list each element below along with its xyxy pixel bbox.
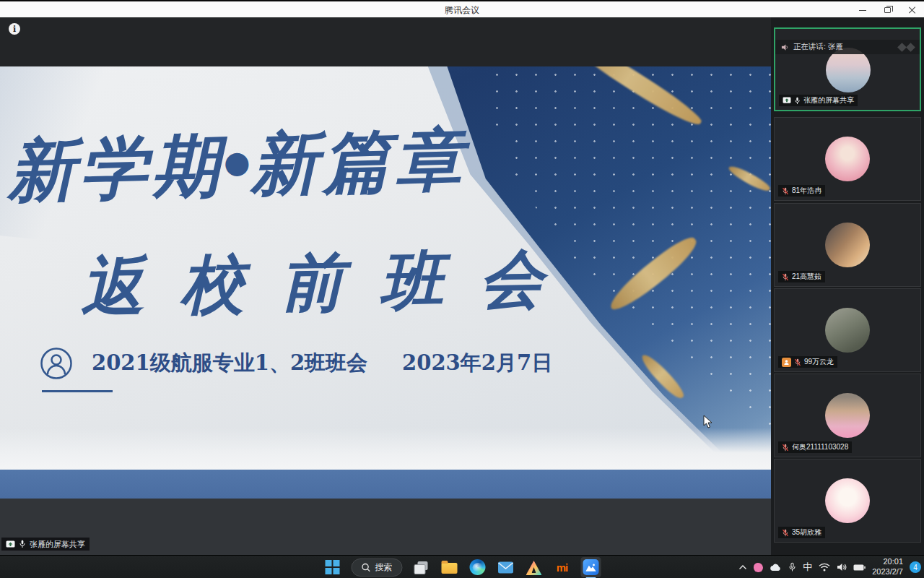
participants-sidebar: 正在讲话: 张雁 张雁的屏幕共享 <box>771 17 924 555</box>
participant-name: 35胡欣雅 <box>792 527 821 538</box>
tray-app-pink[interactable] <box>754 563 763 572</box>
taskbar-file-explorer[interactable] <box>440 558 459 577</box>
participant-tile[interactable]: 99万云龙 <box>774 288 921 372</box>
screen-share-icon <box>783 97 791 104</box>
screen: 腾讯会议 i 新学期●新篇章 返校前班会 <box>0 0 924 578</box>
participant-name-pill: 99万云龙 <box>778 356 837 368</box>
participant-tile-zhangyan[interactable]: 正在讲话: 张雁 张雁的屏幕共享 <box>774 27 921 111</box>
avatar-portrait-photo <box>825 223 870 267</box>
shared-screen-slide: 新学期●新篇章 返校前班会 2021级航服专业1、2班班会 2023年2月7日 <box>0 66 771 499</box>
slide-white-mist <box>0 428 771 470</box>
close-button[interactable] <box>899 1 924 19</box>
tencent-meeting-icon <box>583 559 599 575</box>
tray-microphone[interactable] <box>788 562 796 572</box>
clock-date: 2023/2/7 <box>872 567 903 577</box>
participant-tile[interactable]: 35胡欣雅 <box>774 459 921 543</box>
tray-wifi[interactable] <box>819 563 830 571</box>
taskbar-app-windows-stack[interactable] <box>412 558 431 577</box>
taskbar-search-box[interactable]: 搜索 <box>352 558 403 577</box>
chevron-up-icon <box>738 564 747 570</box>
mic-muted-icon <box>782 187 789 195</box>
participant-name: 张雁的屏幕共享 <box>803 95 854 105</box>
xiaomi-icon: mi <box>557 561 568 574</box>
participant-name: 何奥21111103028 <box>792 442 848 452</box>
watermark-icon <box>899 44 914 51</box>
slide-blue-band <box>0 470 771 499</box>
participant-name-pill: 35胡欣雅 <box>778 527 825 538</box>
hidden-icons-button[interactable] <box>738 564 747 570</box>
microphone-icon <box>788 562 796 572</box>
taskbar-xiaomi[interactable]: mi <box>553 558 572 577</box>
mouse-cursor <box>703 415 712 428</box>
meeting-window: i 新学期●新篇章 返校前班会 2021级航服专业1、2班班会 2023年2月7 <box>0 17 924 555</box>
taskbar-edge[interactable] <box>468 558 487 577</box>
windows-logo-icon <box>326 560 340 574</box>
speaker-icon <box>781 43 789 51</box>
tray-volume[interactable] <box>837 563 847 571</box>
maximize-icon <box>884 7 891 13</box>
mail-icon <box>498 561 514 574</box>
slide-title-dot: ● <box>223 144 250 180</box>
shared-screen-bottom-area <box>0 499 771 555</box>
slide-date: 2023年2月7日 <box>402 349 552 378</box>
participant-name: 81年浩冉 <box>792 186 821 196</box>
avatar-sky-clouds <box>826 48 871 92</box>
pink-app-icon <box>754 563 763 572</box>
speaking-indicator: 正在讲话: 张雁 <box>775 40 920 54</box>
window-title: 腾讯会议 <box>0 1 924 19</box>
participant-name-pill: 张雁的屏幕共享 <box>779 95 858 106</box>
info-icon: i <box>13 25 16 34</box>
start-button[interactable] <box>323 558 342 577</box>
participant-name-pill: 何奥21111103028 <box>778 441 852 453</box>
meeting-info-button[interactable]: i <box>9 23 20 35</box>
mic-muted-icon <box>782 273 789 281</box>
window-titlebar: 腾讯会议 <box>0 0 924 17</box>
tray-battery[interactable] <box>853 564 866 571</box>
minimize-icon <box>859 10 866 11</box>
slide-title-line1: 新学期●新篇章 <box>6 121 513 209</box>
person-circle-icon <box>40 347 73 380</box>
windows-taskbar: 搜索 mi <box>0 555 924 578</box>
ime-indicator[interactable]: 中 <box>803 561 812 574</box>
window-controls <box>850 1 924 19</box>
slide-title-part2: 新篇章 <box>249 119 468 204</box>
slide-subtitle: 2021级航服专业1、2班班会 <box>92 349 367 378</box>
mic-muted-icon <box>794 358 801 366</box>
clock-time: 20:01 <box>872 557 903 567</box>
wifi-icon <box>819 563 830 571</box>
participant-name: 99万云龙 <box>804 357 834 367</box>
notification-count-badge[interactable]: 4 <box>910 561 921 573</box>
participant-tile[interactable]: 何奥21111103028 <box>774 374 921 457</box>
avatar-photo <box>825 308 870 353</box>
participant-name-pill: 21高慧茹 <box>778 271 825 282</box>
participant-tile[interactable]: 81年浩冉 <box>774 117 921 201</box>
slide-subtitle-row: 2021级航服专业1、2班班会 2023年2月7日 <box>40 347 552 380</box>
member-badge-icon <box>782 358 791 367</box>
slide-title-part1: 新学期 <box>6 125 225 210</box>
avatar-pink-anime <box>825 137 870 181</box>
speaker-icon <box>837 563 847 571</box>
search-icon <box>362 563 371 572</box>
subtitle-underline <box>42 390 113 392</box>
minimize-button[interactable] <box>850 1 875 19</box>
taskbar-clock[interactable]: 20:01 2023/2/7 <box>872 557 903 577</box>
taskbar-mail[interactable] <box>497 558 515 577</box>
taskbar-tencent-meeting-active[interactable] <box>581 557 601 577</box>
search-label: 搜索 <box>375 561 393 574</box>
maximize-button[interactable] <box>875 1 899 19</box>
participant-tile[interactable]: 21高慧茹 <box>774 203 921 287</box>
tray-onedrive[interactable] <box>770 564 782 571</box>
mic-on-icon <box>19 540 26 548</box>
taskbar-center-icons: 搜索 mi <box>323 556 601 578</box>
speaking-indicator-text: 正在讲话: 张雁 <box>793 42 843 52</box>
participant-name: 21高慧茹 <box>792 272 821 282</box>
mic-muted-icon <box>782 529 789 537</box>
participant-name-pill: 81年浩冉 <box>778 185 825 197</box>
letter-a-app-icon <box>526 561 542 575</box>
stacked-windows-icon <box>414 561 429 574</box>
screen-share-banner[interactable]: 张雁的屏幕共享 <box>1 538 90 551</box>
taskbar-app-a[interactable] <box>525 558 544 577</box>
avatar-photo-pink-shirt <box>825 393 870 438</box>
screen-share-icon <box>6 540 15 548</box>
folder-icon <box>442 563 458 574</box>
